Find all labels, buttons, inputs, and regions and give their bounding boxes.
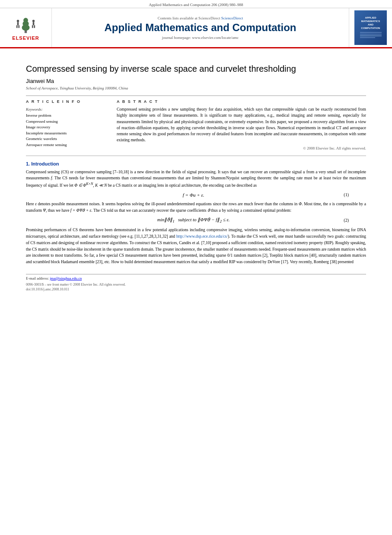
- abstract-label: A B S T R A C T: [117, 99, 366, 104]
- elsevier-logo: ELSEVIER: [12, 15, 39, 41]
- intro-para2: Here ε denotes possible measurement nois…: [26, 201, 366, 213]
- intro-para3: Promising performances of CS theorems ha…: [26, 227, 366, 265]
- article-info-right: A B S T R A C T Compressed sensing provi…: [117, 99, 366, 150]
- elsevier-brand-text: ELSEVIER: [12, 35, 39, 41]
- journal-citation: Applied Mathematics and Computation 206 …: [149, 3, 243, 7]
- intro-section: 1. Introduction Compressed sensing (CS) …: [26, 161, 366, 265]
- journal-homepage: journal homepage: www.elsevier.com/locat…: [162, 35, 239, 40]
- svg-rect-10: [32, 25, 33, 28]
- keyword-item: Geometric wavelets: [26, 136, 108, 142]
- keywords-label: Keywords:: [26, 107, 108, 111]
- article-info-label: A R T I C L E I N F O: [26, 99, 108, 104]
- main-content: Compressed sensing by inverse scale spac…: [0, 48, 392, 300]
- copyright-line: © 2008 Elsevier Inc. All rights reserved…: [117, 146, 366, 150]
- formula2-number: (2): [344, 218, 349, 223]
- footnote-legal-line2: doi:10.1016/j.amc.2008.10.011: [26, 287, 366, 292]
- svg-rect-5: [17, 22, 19, 25]
- author-affiliation: School of Aerospace, Tsinghua University…: [26, 86, 366, 90]
- article-divider: [26, 96, 366, 96]
- svg-rect-11: [34, 25, 35, 28]
- elsevier-logo-area: ELSEVIER: [0, 8, 52, 47]
- journal-cover-area: APPLIEDMATHEMATICSANDCOMPUTATION: [349, 8, 392, 47]
- journal-title: Applied Mathematics and Computation: [104, 22, 296, 34]
- abstract-text: Compressed sensing provides a new sampli…: [117, 106, 366, 143]
- intro-heading: 1. Introduction: [26, 161, 366, 166]
- svg-rect-7: [18, 25, 19, 28]
- svg-point-4: [17, 19, 19, 22]
- keyword-item: Incomplete measurements: [26, 131, 108, 137]
- author-name: Jianwei Ma: [26, 78, 366, 84]
- article-title: Compressed sensing by inverse scale spac…: [26, 63, 366, 74]
- email-link[interactable]: jma@tsinghua.edu.cn: [50, 276, 82, 280]
- cover-graphic: [358, 30, 384, 39]
- page: Applied Mathematics and Computation 206 …: [0, 0, 392, 535]
- footnote-area: E-mail address: jma@tsinghua.edu.cn 0096…: [26, 274, 366, 292]
- formula1-block: f = Φu + ε. (1): [43, 192, 349, 197]
- svg-point-3: [23, 18, 28, 22]
- journal-cover: APPLIEDMATHEMATICSANDCOMPUTATION: [354, 10, 387, 45]
- elsevier-tree-icon: [14, 15, 38, 35]
- header-center: Contents lists available at ScienceDirec…: [52, 8, 349, 47]
- sciencedirect-link[interactable]: ScienceDirect: [221, 16, 243, 20]
- svg-rect-9: [33, 22, 35, 25]
- svg-rect-6: [16, 25, 18, 28]
- svg-point-8: [32, 19, 35, 22]
- footnote-legal-line1: 0096-3003/$ – see front matter © 2008 El…: [26, 282, 366, 287]
- article-info-section: A R T I C L E I N F O Keywords: Inverse …: [26, 99, 366, 150]
- formula2-block: min‖ϑ‖1 subject to ‖ΦΨϑ − f‖2 ≤ ε. (2): [43, 217, 349, 223]
- footnote-email: E-mail address: jma@tsinghua.edu.cn: [26, 276, 366, 280]
- keyword-item: Aerospace remote sensing: [26, 142, 108, 148]
- intro-para1: Compressed sensing (CS) or compressive s…: [26, 169, 366, 189]
- article-info-left: A R T I C L E I N F O Keywords: Inverse …: [26, 99, 108, 150]
- keyword-item: Image recovery: [26, 124, 108, 131]
- cs-link[interactable]: http://www.dsp.ece.rice.edu/cs/: [176, 234, 228, 239]
- section-divider: [26, 156, 366, 156]
- cover-text: APPLIEDMATHEMATICSANDCOMPUTATION: [361, 16, 380, 30]
- keywords-list: Inverse problemCompressed sensingImage r…: [26, 113, 108, 148]
- formula2-content: min‖ϑ‖1 subject to ‖ΦΨϑ − f‖2 ≤ ε.: [157, 217, 230, 223]
- header-banner: ELSEVIER Contents lists available at Sci…: [0, 8, 392, 48]
- formula1-number: (1): [344, 192, 349, 197]
- keyword-item: Compressed sensing: [26, 119, 108, 125]
- formula1-content: f = Φu + ε.: [183, 192, 204, 197]
- contents-line: Contents lists available at ScienceDirec…: [158, 16, 243, 20]
- journal-top-bar: Applied Mathematics and Computation 206 …: [0, 0, 392, 8]
- keyword-item: Inverse problem: [26, 113, 108, 119]
